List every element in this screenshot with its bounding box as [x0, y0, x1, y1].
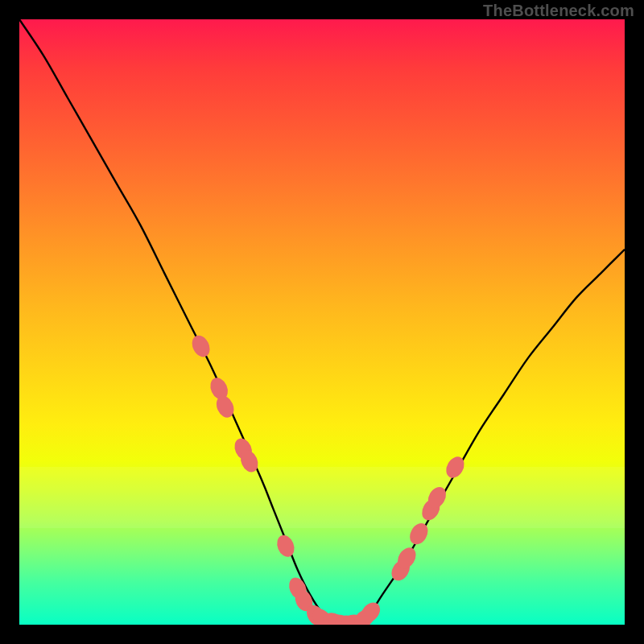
markers-group: [188, 332, 468, 625]
attribution-text: TheBottleneck.com: [483, 2, 634, 20]
bottleneck-curve: [19, 19, 625, 625]
data-marker: [407, 520, 431, 547]
chart-frame: [19, 19, 625, 625]
data-marker: [188, 332, 213, 360]
chart-svg-layer: [19, 19, 625, 625]
data-marker: [274, 533, 297, 559]
